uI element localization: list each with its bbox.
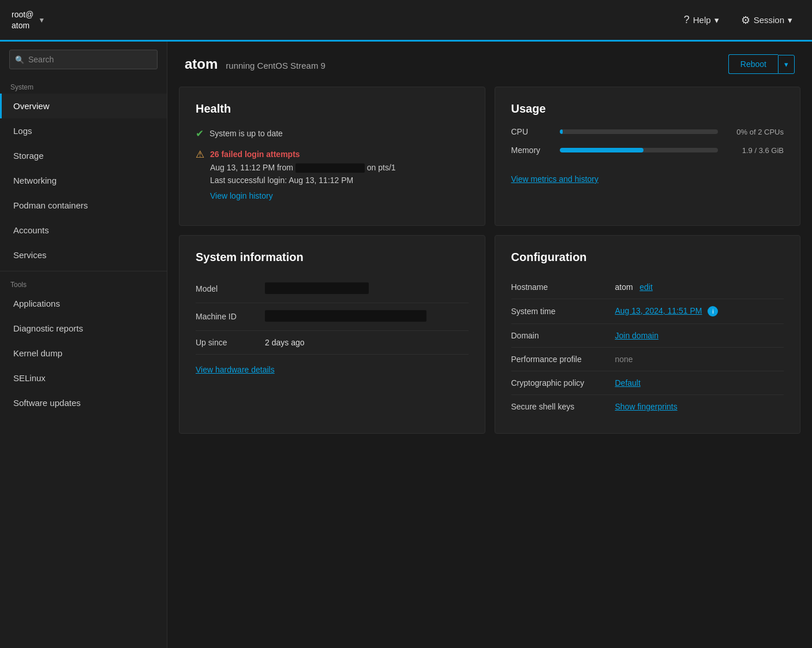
hostname-config-label: Hostname xyxy=(511,282,604,292)
machine-id-redacted xyxy=(265,310,426,322)
machine-id-row: Machine ID xyxy=(196,303,469,331)
sidebar-item-selinux[interactable]: SELinux xyxy=(0,366,167,390)
search-input[interactable] xyxy=(9,50,158,69)
sidebar-item-diagnostic-reports[interactable]: Diagnostic reports xyxy=(0,316,167,341)
topbar-actions: ? Help ▾ ⚙ Session ▾ xyxy=(676,10,800,30)
domain-label: Domain xyxy=(511,331,604,340)
memory-bar-fill xyxy=(560,148,643,152)
health-ok-text: System is up to date xyxy=(209,127,283,140)
sidebar-section-tools: Tools xyxy=(0,275,167,291)
system-time-label: System time xyxy=(511,307,604,316)
memory-label: Memory xyxy=(511,146,552,155)
redacted-ip xyxy=(295,163,365,173)
up-since-row: Up since 2 days ago xyxy=(196,331,469,355)
check-icon: ✔ xyxy=(196,128,204,140)
memory-bar-track xyxy=(560,148,719,152)
login-history-link[interactable]: View login history xyxy=(210,189,273,202)
perf-row: Performance profile none xyxy=(511,348,784,371)
help-label: Help xyxy=(693,15,711,25)
page-subtitle: running CentOS Stream 9 xyxy=(226,61,325,70)
user-line1: root@ xyxy=(12,9,33,20)
configuration-card: Configuration Hostname atom edit System … xyxy=(495,235,801,434)
hostname-text: atom xyxy=(615,282,633,292)
config-title: Configuration xyxy=(511,251,784,264)
help-button[interactable]: ? Help ▾ xyxy=(676,10,727,29)
hostname-row: Hostname atom edit xyxy=(511,275,784,299)
up-since-label: Up since xyxy=(196,338,253,347)
domain-value: Join domain xyxy=(615,331,784,340)
cards-grid: Health ✔ System is up to date ⚠ 26 faile… xyxy=(167,87,812,445)
content-area: atom running CentOS Stream 9 Reboot ▾ He… xyxy=(167,42,812,648)
help-icon: ? xyxy=(684,14,690,26)
sidebar-item-services[interactable]: Services xyxy=(0,243,167,267)
join-domain-link[interactable]: Join domain xyxy=(615,331,659,340)
show-fingerprints-link[interactable]: Show fingerprints xyxy=(615,402,678,411)
search-box: 🔍 xyxy=(9,50,158,69)
sidebar: 🔍 System Overview Logs Storage Networkin… xyxy=(0,42,167,648)
hostname-edit-link[interactable]: edit xyxy=(639,282,653,292)
sidebar-item-networking[interactable]: Networking xyxy=(0,168,167,193)
reboot-button[interactable]: Reboot xyxy=(728,54,778,74)
topbar: root@ atom ▼ ? Help ▾ ⚙ Session ▾ xyxy=(0,0,812,42)
ssh-row: Secure shell keys Show fingerprints xyxy=(511,395,784,418)
sidebar-item-overview[interactable]: Overview xyxy=(0,94,167,118)
crypto-label: Cryptographic policy xyxy=(511,378,604,388)
domain-row: Domain Join domain xyxy=(511,324,784,348)
model-redacted xyxy=(265,282,369,294)
system-time-info-icon[interactable]: i xyxy=(708,306,718,316)
system-time-row: System time Aug 13, 2024, 11:51 PM i xyxy=(511,299,784,324)
perf-label: Performance profile xyxy=(511,355,604,364)
gear-icon: ⚙ xyxy=(741,14,750,27)
health-alert-item: ⚠ 26 failed login attempts Aug 13, 11:12… xyxy=(196,148,469,202)
reboot-group: Reboot ▾ xyxy=(728,54,795,74)
sidebar-item-logs[interactable]: Logs xyxy=(0,118,167,143)
crypto-policy-link[interactable]: Default xyxy=(615,378,641,388)
cpu-bar-fill xyxy=(560,129,563,134)
sidebar-item-kernel-dump[interactable]: Kernel dump xyxy=(0,341,167,366)
main-layout: 🔍 System Overview Logs Storage Networkin… xyxy=(0,42,812,648)
hostname-config-value: atom edit xyxy=(615,282,784,292)
page-title-group: atom running CentOS Stream 9 xyxy=(185,56,325,72)
reboot-dropdown-button[interactable]: ▾ xyxy=(778,55,795,74)
view-metrics-link[interactable]: View metrics and history xyxy=(511,174,598,184)
topbar-user-section[interactable]: root@ atom ▼ xyxy=(12,9,45,30)
sidebar-item-podman-containers[interactable]: Podman containers xyxy=(0,193,167,218)
view-hardware-link[interactable]: View hardware details xyxy=(196,365,275,374)
sidebar-item-software-updates[interactable]: Software updates xyxy=(0,390,167,415)
sidebar-item-accounts[interactable]: Accounts xyxy=(0,218,167,243)
system-info-card: System information Model Machine ID Up s… xyxy=(179,235,485,434)
ssh-label: Secure shell keys xyxy=(511,402,604,411)
model-label: Model xyxy=(196,284,253,293)
crypto-value: Default xyxy=(615,378,784,388)
session-chevron-icon: ▾ xyxy=(788,15,792,25)
help-chevron-icon: ▾ xyxy=(714,15,719,25)
sidebar-scroll: 🔍 System Overview Logs Storage Networkin… xyxy=(0,42,167,648)
sidebar-item-storage[interactable]: Storage xyxy=(0,143,167,168)
session-label: Session xyxy=(754,15,784,25)
memory-value: 1.9 / 3.6 GiB xyxy=(726,146,784,155)
session-button[interactable]: ⚙ Session ▾ xyxy=(733,10,800,30)
page-hostname: atom xyxy=(185,56,218,72)
alert-detail1: Aug 13, 11:12 PM from on pts/1 xyxy=(210,161,396,174)
sidebar-divider xyxy=(0,271,167,271)
health-card: Health ✔ System is up to date ⚠ 26 faile… xyxy=(179,87,485,226)
health-title: Health xyxy=(196,102,469,116)
usage-title: Usage xyxy=(511,102,784,116)
up-since-value: 2 days ago xyxy=(265,338,469,347)
health-alert-text: 26 failed login attempts Aug 13, 11:12 P… xyxy=(210,148,396,202)
user-info: root@ atom xyxy=(12,9,33,30)
warn-icon: ⚠ xyxy=(196,148,204,161)
user-dropdown-chevron[interactable]: ▼ xyxy=(38,16,45,24)
system-time-link[interactable]: Aug 13, 2024, 11:51 PM xyxy=(615,306,702,315)
user-line2: atom xyxy=(12,20,33,31)
model-value xyxy=(265,282,469,296)
ssh-value: Show fingerprints xyxy=(615,402,784,411)
memory-usage-row: Memory 1.9 / 3.6 GiB xyxy=(511,146,784,155)
perf-value: none xyxy=(615,355,784,364)
alert-title: 26 failed login attempts xyxy=(210,148,396,161)
health-ok-item: ✔ System is up to date xyxy=(196,127,469,140)
cpu-value: 0% of 2 CPUs xyxy=(726,128,784,136)
sidebar-item-applications[interactable]: Applications xyxy=(0,291,167,316)
content-header: atom running CentOS Stream 9 Reboot ▾ xyxy=(167,42,812,87)
usage-card: Usage CPU 0% of 2 CPUs Memory 1.9 / 3.6 … xyxy=(495,87,801,226)
